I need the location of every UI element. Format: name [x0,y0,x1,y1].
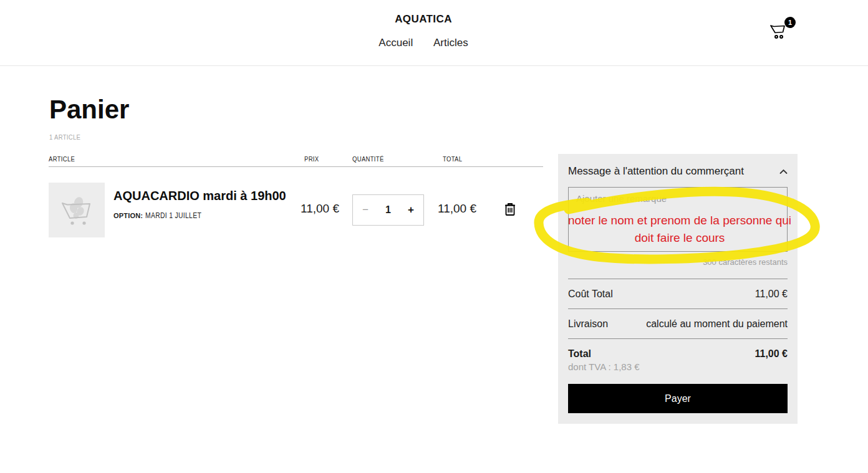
site-header: AQUATICA Accueil Articles 1 [0,0,868,66]
item-total: 11,00 € [438,202,476,216]
column-header-quantite: QUANTITÉ [352,155,384,163]
merchant-message-input[interactable] [568,187,788,252]
cart-button[interactable]: 1 [769,17,794,41]
grand-total-row: Total 11,00 € [568,339,788,360]
cost-total-value: 11,00 € [755,289,788,300]
quantity-value: 1 [385,204,391,216]
product-image-placeholder [49,183,105,237]
product-option: OPTION: MARDI 1 JUILLET [113,211,210,220]
remove-item-button[interactable] [503,202,517,219]
quantity-decrease-button[interactable]: − [362,204,369,216]
tva-label: dont TVA : 1,83 € [568,361,788,372]
column-header-total: TOTAL [443,155,462,163]
shipping-row: Livraison calculé au moment du paiement [568,309,788,339]
cost-total-row: Coût Total 11,00 € [568,279,788,309]
cart-count-badge: 1 [784,17,796,28]
column-header-article: ARTICLE [49,155,75,163]
characters-remaining-label: 300 caractères restants [568,257,788,267]
item-price: 11,00 € [301,202,339,216]
cart-page: AQUATICA Accueil Articles 1 Panier 1 ART… [0,0,868,473]
quantity-stepper: − 1 + [352,194,424,226]
grand-total-label: Total [568,348,591,360]
product-title[interactable]: AQUACARDIO mardi à 19h00 [113,189,286,203]
main-nav: Accueil Articles [0,37,847,49]
nav-articles[interactable]: Articles [433,37,468,49]
cart-item-row: AQUACARDIO mardi à 19h00 OPTION: MARDI 1… [49,183,543,237]
item-count-label: 1 ARTICLE [49,133,85,141]
shipping-value: calculé au moment du paiement [646,318,788,330]
trash-icon [503,202,517,217]
quantity-increase-button[interactable]: + [408,204,414,216]
merchant-message-toggle[interactable]: Message à l'attention du commerçant [568,164,788,179]
cost-total-label: Coût Total [568,289,613,300]
merchant-message-title: Message à l'attention du commerçant [568,165,744,178]
option-label: OPTION: [113,212,143,219]
cart-table-header: ARTICLE PRIX QUANTITÉ TOTAL [49,154,543,167]
order-summary-panel: Message à l'attention du commerçant 300 … [558,154,798,424]
shipping-label: Livraison [568,318,608,330]
page-title: Panier [49,95,129,125]
option-value: MARDI 1 JUILLET [145,211,201,220]
site-logo[interactable]: AQUATICA [0,13,847,26]
placeholder-cart-icon [57,191,96,229]
grand-total-value: 11,00 € [755,348,788,360]
nav-accueil[interactable]: Accueil [379,37,413,49]
pay-button[interactable]: Payer [568,384,788,413]
chevron-up-icon [779,169,788,174]
column-header-prix: PRIX [304,155,319,163]
